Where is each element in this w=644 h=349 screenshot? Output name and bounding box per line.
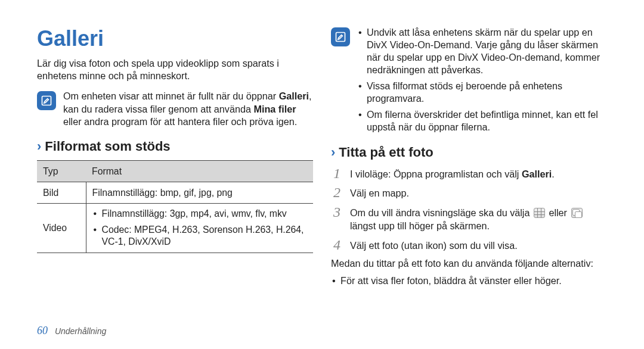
list-item: Vissa filformat stöds ej beroende på enh… [358,80,607,105]
step-number: 1 [331,166,343,180]
chevron-icon: › [331,145,335,160]
note-icon [331,27,350,46]
table-row: Video Filnamnstillägg: 3gp, mp4, avi, wm… [37,204,313,253]
step-body: I viloläge: Öppna programlistan och välj… [350,166,607,181]
step-bold-galleri: Galleri [522,169,552,179]
chevron-icon: › [37,139,41,154]
th-type: Typ [37,160,86,182]
step-body: Välj en mapp. [350,185,607,200]
note-bold-mina-filer: Mina filer [253,104,296,114]
step-2: 2 Välj en mapp. [331,185,607,200]
td-format-bild: Filnamnstillägg: bmp, gif, jpg, png [86,182,313,203]
note-block-divx: Undvik att låsa enhetens skärm när du sp… [331,26,607,134]
step-3: 3 Om du vill ändra visningsläge ska du v… [331,205,607,233]
td-format-video: Filnamnstillägg: 3gp, mp4, avi, wmv, flv… [86,204,313,253]
subheading-text: Titta på ett foto [339,145,433,160]
note-icon [37,91,56,110]
after-steps-paragraph: Medan du tittar på ett foto kan du använ… [331,257,607,270]
list-item: Filnamnstillägg: 3gp, mp4, avi, wmv, flv… [94,208,308,220]
page-number: 60 [37,325,48,336]
steps-list: 1 I viloläge: Öppna programlistan och vä… [331,166,607,253]
video-format-list: Filnamnstillägg: 3gp, mp4, avi, wmv, flv… [92,208,308,248]
list-item: Om filerna överskrider det befintliga mi… [358,108,607,133]
step-1: 1 I viloläge: Öppna programlistan och vä… [331,166,607,181]
step-text-b: . [552,169,555,179]
note-block-memory-full: Om enheten visar att minnet är fullt när… [37,90,313,127]
step-number: 4 [331,238,343,252]
note-bullet-list: Undvik att låsa enhetens skärm när du sp… [357,26,607,134]
list-item: För att visa fler foton, bläddra åt väns… [332,275,607,287]
subheading-titta: › Titta på ett foto [331,145,607,160]
table-row: Bild Filnamnstillägg: bmp, gif, jpg, png [37,182,313,203]
step-text-a: Om du vill ändra visningsläge ska du väl… [350,207,532,218]
subheading-filformat: › Filformat som stöds [37,139,313,154]
page: Galleri Lär dig visa foton och spela upp… [0,0,644,349]
stack-view-icon [571,208,583,218]
note-text-c: eller andra program för att hantera file… [63,116,297,127]
th-format: Format [86,160,313,182]
note-text-a: Om enheten visar att minnet är fullt när… [63,91,279,101]
note-text: Undvik att låsa enhetens skärm när du sp… [357,26,607,134]
grid-view-icon [534,208,545,218]
footer-section: Underhållning [55,326,106,336]
intro-paragraph: Lär dig visa foton och spela upp videokl… [37,57,313,82]
note-bold-galleri: Galleri [279,91,309,101]
list-item: Codec: MPEG4, H.263, Sorenson H.263, H.2… [94,224,308,248]
note-text: Om enheten visar att minnet är fullt när… [63,90,313,127]
left-column: Galleri Lär dig visa foton och spela upp… [37,26,313,287]
page-title: Galleri [37,26,313,51]
step-text-mid: eller [546,207,570,218]
td-type-video: Video [37,204,86,253]
table-header-row: Typ Format [37,160,313,182]
step-body: Välj ett foto (utan ikon) som du vill vi… [350,238,607,253]
options-list: För att visa fler foton, bläddra åt väns… [331,275,607,287]
page-footer: 60 Underhållning [37,325,106,337]
subheading-text: Filformat som stöds [45,139,170,154]
right-column: Undvik att låsa enhetens skärm när du sp… [331,26,607,287]
pencil-note-icon [41,95,52,107]
list-item: Undvik att låsa enhetens skärm när du sp… [358,26,607,76]
step-text-b: längst upp till höger på skärmen. [350,220,490,231]
format-table: Typ Format Bild Filnamnstillägg: bmp, gi… [37,160,313,253]
step-number: 3 [331,205,343,219]
two-column-layout: Galleri Lär dig visa foton och spela upp… [37,26,607,287]
pencil-note-icon [335,31,346,43]
step-number: 2 [331,185,343,200]
step-text-a: I viloläge: Öppna programlistan och välj [350,169,522,179]
td-type-bild: Bild [37,182,86,203]
step-body: Om du vill ändra visningsläge ska du väl… [350,205,607,233]
step-4: 4 Välj ett foto (utan ikon) som du vill … [331,238,607,253]
